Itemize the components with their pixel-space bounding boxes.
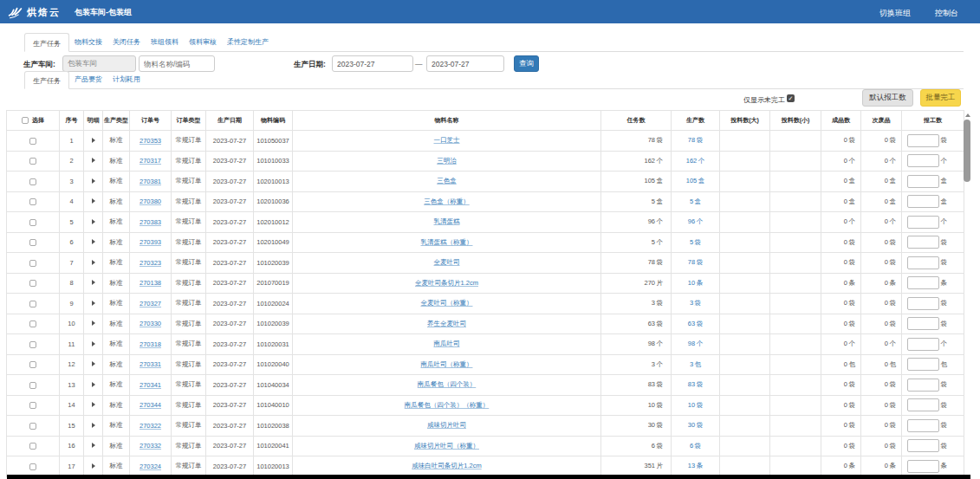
- expand-row-icon[interactable]: [92, 423, 95, 428]
- row-checkbox[interactable]: [29, 239, 36, 246]
- scrollbar-up-icon[interactable]: [964, 112, 971, 119]
- order-no-link[interactable]: 270317: [140, 157, 161, 165]
- order-no-link[interactable]: 270380: [140, 197, 161, 205]
- row-checkbox[interactable]: [29, 219, 36, 226]
- row-checkbox[interactable]: [29, 260, 36, 267]
- expand-row-icon[interactable]: [92, 320, 95, 326]
- row-checkbox[interactable]: [29, 138, 36, 145]
- material-name-link[interactable]: 咸味切片吐司（称重）: [414, 442, 479, 450]
- row-checkbox[interactable]: [29, 158, 36, 165]
- expand-row-icon[interactable]: [92, 443, 95, 448]
- expand-row-icon[interactable]: [92, 361, 95, 366]
- material-name-link[interactable]: 全麦吐司条切片1.2cm: [415, 279, 478, 287]
- scrollbar-thumb[interactable]: [964, 120, 970, 182]
- main-tab-5[interactable]: 柔性定制生产: [222, 32, 274, 51]
- expand-row-icon[interactable]: [92, 382, 95, 387]
- material-name-link[interactable]: 咸味白吐司条切片1.2cm: [412, 462, 481, 469]
- row-checkbox[interactable]: [29, 301, 36, 307]
- order-no-link[interactable]: 270344: [140, 401, 161, 409]
- main-tab-0[interactable]: 生产任务: [24, 33, 69, 52]
- order-no-link[interactable]: 270322: [140, 422, 161, 430]
- report-qty-input[interactable]: [907, 460, 939, 473]
- material-name-link[interactable]: 三色盒（称重）: [424, 197, 470, 205]
- report-qty-input[interactable]: [907, 379, 939, 392]
- batch-finish-button[interactable]: 批量完工: [920, 89, 961, 107]
- material-name-link[interactable]: 养生全麦吐司: [427, 320, 466, 327]
- order-no-link[interactable]: 270353: [140, 137, 161, 145]
- report-qty-input[interactable]: [907, 154, 939, 167]
- main-tab-2[interactable]: 关闭任务: [107, 32, 146, 51]
- material-name-link[interactable]: 乳清蛋糕: [434, 217, 460, 225]
- only-unfinished-checkbox[interactable]: ✓: [787, 94, 795, 102]
- report-qty-input[interactable]: [907, 398, 939, 411]
- report-qty-input[interactable]: [907, 297, 939, 310]
- report-qty-input[interactable]: [907, 358, 939, 371]
- report-qty-input[interactable]: [907, 439, 939, 452]
- row-checkbox[interactable]: [29, 320, 36, 327]
- row-checkbox[interactable]: [29, 361, 36, 368]
- report-qty-input[interactable]: [907, 236, 939, 249]
- switch-team-link[interactable]: 切换班组: [879, 8, 911, 19]
- row-checkbox[interactable]: [29, 382, 36, 389]
- expand-row-icon[interactable]: [92, 198, 95, 204]
- expand-row-icon[interactable]: [92, 219, 95, 224]
- material-name-link[interactable]: 乳清蛋糕（称重）: [421, 238, 473, 246]
- row-checkbox[interactable]: [29, 443, 36, 450]
- console-link[interactable]: 控制台: [935, 8, 958, 19]
- report-qty-input[interactable]: [907, 195, 939, 208]
- row-checkbox[interactable]: [29, 463, 36, 470]
- report-qty-input[interactable]: [907, 216, 939, 229]
- material-name-link[interactable]: 全麦吐司（称重）: [421, 299, 473, 307]
- material-name-link[interactable]: 南瓜餐包（四个装）（称重）: [405, 401, 490, 409]
- expand-row-icon[interactable]: [92, 178, 95, 184]
- main-tab-4[interactable]: 领料审核: [184, 32, 222, 51]
- expand-row-icon[interactable]: [92, 158, 95, 163]
- expand-row-icon[interactable]: [92, 402, 95, 407]
- order-no-link[interactable]: 270393: [140, 238, 161, 246]
- expand-row-icon[interactable]: [92, 138, 95, 143]
- order-no-link[interactable]: 270383: [140, 218, 161, 226]
- order-no-link[interactable]: 270323: [140, 259, 161, 267]
- expand-row-icon[interactable]: [92, 239, 95, 244]
- expand-row-icon[interactable]: [92, 280, 95, 285]
- order-no-link[interactable]: 270324: [140, 463, 161, 470]
- report-qty-input[interactable]: [907, 276, 939, 289]
- expand-row-icon[interactable]: [92, 341, 95, 346]
- sub-tab-2[interactable]: 计划耗用: [107, 70, 146, 88]
- row-checkbox[interactable]: [29, 280, 36, 287]
- row-checkbox[interactable]: [29, 402, 36, 409]
- main-tab-3[interactable]: 班组领料: [146, 32, 184, 51]
- order-no-link[interactable]: 270341: [140, 381, 161, 389]
- row-checkbox[interactable]: [29, 178, 36, 185]
- material-name-link[interactable]: 南瓜餐包（四个装）: [418, 380, 477, 388]
- order-no-link[interactable]: 270332: [140, 442, 161, 450]
- material-name-link[interactable]: 三色盒: [437, 177, 457, 184]
- default-report-button[interactable]: 默认报工数: [862, 89, 913, 107]
- order-no-link[interactable]: 270138: [140, 279, 161, 287]
- report-qty-input[interactable]: [907, 134, 939, 147]
- expand-row-icon[interactable]: [92, 260, 95, 265]
- order-no-link[interactable]: 270381: [140, 178, 161, 185]
- row-checkbox[interactable]: [29, 423, 36, 430]
- row-checkbox[interactable]: [29, 198, 36, 205]
- material-name-link[interactable]: 一口芝士: [434, 136, 460, 144]
- expand-row-icon[interactable]: [92, 301, 95, 306]
- report-qty-input[interactable]: [907, 338, 939, 351]
- order-no-link[interactable]: 270330: [140, 320, 161, 327]
- report-qty-input[interactable]: [907, 419, 939, 432]
- report-qty-input[interactable]: [907, 175, 939, 188]
- order-no-link[interactable]: 270331: [140, 360, 161, 368]
- select-all-checkbox[interactable]: [22, 117, 29, 124]
- material-name-link[interactable]: 三明治: [437, 157, 457, 165]
- material-name-link[interactable]: 咸味切片吐司: [427, 421, 466, 429]
- material-name-link[interactable]: 全麦吐司: [434, 258, 460, 266]
- material-name-link[interactable]: 南瓜吐司（称重）: [421, 360, 473, 368]
- sub-tab-1[interactable]: 产品要货: [69, 70, 107, 88]
- report-qty-input[interactable]: [907, 256, 939, 269]
- main-tab-1[interactable]: 物料交接: [69, 32, 107, 51]
- expand-row-icon[interactable]: [92, 463, 95, 469]
- report-qty-input[interactable]: [907, 317, 939, 330]
- order-no-link[interactable]: 270318: [140, 340, 161, 348]
- row-checkbox[interactable]: [29, 341, 36, 348]
- material-name-link[interactable]: 南瓜吐司: [434, 340, 460, 347]
